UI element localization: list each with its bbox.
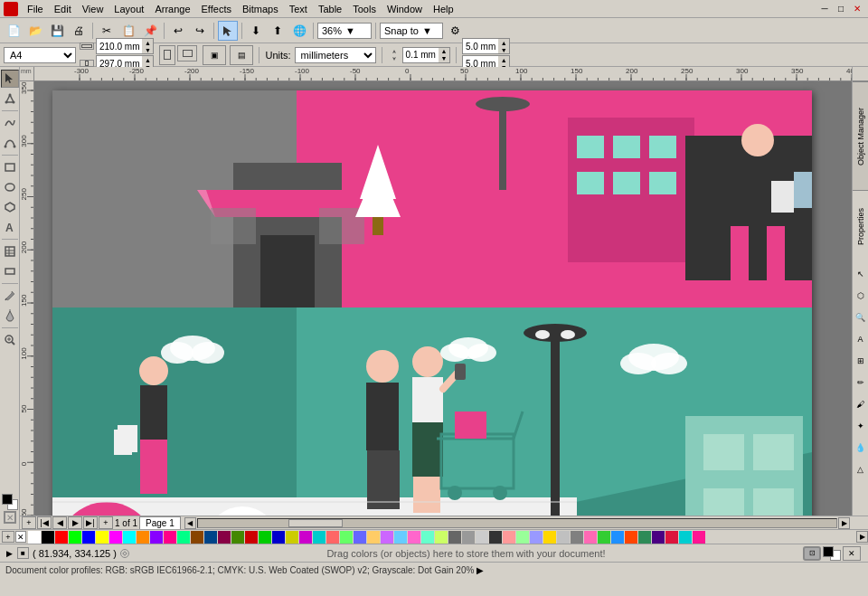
parallel-tool[interactable]	[1, 262, 19, 280]
eyedropper-tool[interactable]	[1, 287, 19, 305]
color-mgr-btn[interactable]: ⊡	[803, 546, 821, 561]
color-swatch[interactable]	[137, 531, 149, 544]
color-swatch[interactable]	[665, 531, 678, 544]
menu-edit[interactable]: Edit	[49, 2, 77, 16]
new-btn[interactable]: 📄	[4, 21, 24, 41]
color-swatch[interactable]	[96, 531, 108, 544]
color-swatch[interactable]	[218, 531, 231, 544]
table-rp[interactable]: ⊞	[853, 351, 868, 371]
rectangle-tool[interactable]	[1, 158, 19, 176]
page-tab[interactable]: Page 1	[139, 516, 181, 530]
no-fill-btn[interactable]: ✕	[843, 546, 861, 561]
next-page-end-btn[interactable]: ▶|	[83, 516, 98, 529]
color-scroll-btn[interactable]: ▶	[856, 531, 868, 543]
color-swatch[interactable]	[448, 531, 461, 544]
menu-window[interactable]: Window	[382, 2, 428, 16]
polygon-tool[interactable]	[1, 198, 19, 216]
color-swatch[interactable]	[530, 531, 542, 544]
zoom-view-tool[interactable]	[1, 331, 19, 349]
color-swatch[interactable]	[503, 531, 515, 544]
pick-tool-rp[interactable]: ↖	[853, 264, 868, 284]
info-arrow[interactable]: ▶	[476, 566, 485, 575]
eyedrop-rp[interactable]: 💧	[853, 438, 868, 458]
open-btn[interactable]: 📂	[25, 21, 45, 41]
freehand-tool[interactable]	[1, 114, 19, 132]
close-btn[interactable]: ✕	[850, 2, 864, 16]
minimize-btn[interactable]: ─	[817, 2, 832, 16]
page-options2-btn[interactable]: ▤	[230, 45, 253, 65]
color-swatch[interactable]	[109, 531, 122, 544]
effect-rp[interactable]: ✦	[853, 416, 868, 436]
menu-bitmaps[interactable]: Bitmaps	[237, 2, 284, 16]
zoom-rp[interactable]: 🔍	[853, 307, 868, 327]
color-swatch[interactable]	[367, 531, 380, 544]
play-btn[interactable]: ▶	[4, 547, 15, 559]
next-page-btn[interactable]: ▶	[68, 516, 82, 529]
save-btn[interactable]: 💾	[47, 21, 67, 41]
color-swatch[interactable]	[584, 531, 597, 544]
menu-table[interactable]: Table	[313, 2, 347, 16]
obj-manager-tab[interactable]: Object Manager	[853, 81, 868, 190]
color-swatch[interactable]	[571, 531, 583, 544]
color-swatch[interactable]	[462, 531, 475, 544]
color-swatch[interactable]	[381, 531, 393, 544]
color-swatch[interactable]	[259, 531, 271, 544]
color-swatch[interactable]	[354, 531, 366, 544]
menu-arrange[interactable]: Arrange	[149, 2, 195, 16]
color-swatch[interactable]	[150, 531, 163, 544]
color-swatch[interactable]	[557, 531, 570, 544]
text-tool[interactable]: A	[1, 218, 19, 236]
import-btn[interactable]: ⬇	[246, 21, 266, 41]
menu-tools[interactable]: Tools	[347, 2, 382, 16]
paint-rp[interactable]: 🖌	[853, 394, 868, 414]
table-tool[interactable]	[1, 242, 19, 260]
page-options-btn[interactable]: ▣	[203, 45, 226, 65]
zoom-level-display[interactable]: 36% ▼	[317, 23, 372, 39]
color-swatch[interactable]	[69, 531, 81, 544]
scroll-left-btn[interactable]: ◀	[184, 517, 196, 529]
maximize-btn[interactable]: □	[834, 2, 848, 16]
color-swatch[interactable]	[543, 531, 556, 544]
select-tool-btn[interactable]	[218, 21, 238, 41]
color-swatch[interactable]	[625, 531, 637, 544]
color-swatch[interactable]	[28, 531, 41, 544]
prev-page-start-btn[interactable]: |◀	[37, 516, 52, 529]
properties-tab[interactable]: Properties	[853, 190, 868, 262]
stop-btn[interactable]: ■	[17, 547, 29, 559]
scroll-right-btn[interactable]: ▶	[838, 517, 850, 529]
export-btn[interactable]: ⬆	[268, 21, 288, 41]
no-color-btn[interactable]: ✕	[15, 531, 26, 543]
color-swatch[interactable]	[679, 531, 692, 544]
color-swatch[interactable]	[245, 531, 258, 544]
color-swatch[interactable]	[286, 531, 298, 544]
nudge-input[interactable]: 0.1 mm ▲▼	[402, 47, 450, 63]
color-add-btn[interactable]: +	[2, 531, 14, 543]
color-swatch[interactable]	[177, 531, 190, 544]
color-swatch[interactable]	[652, 531, 665, 544]
menu-help[interactable]: Help	[428, 2, 459, 16]
h-scroll-track[interactable]	[197, 518, 837, 528]
portrait-btn[interactable]	[159, 45, 175, 65]
color-swatch[interactable]	[340, 531, 353, 544]
color-swatch[interactable]	[313, 531, 326, 544]
color-swatch[interactable]	[272, 531, 285, 544]
color-swatch[interactable]	[421, 531, 434, 544]
menu-view[interactable]: View	[77, 2, 109, 16]
add-page2-btn[interactable]: +	[99, 516, 113, 529]
selector-tool[interactable]	[1, 70, 19, 88]
undo-btn[interactable]: ↩	[168, 21, 188, 41]
bezier-tool[interactable]	[1, 134, 19, 152]
color-swatch[interactable]	[435, 531, 448, 544]
color-swatch[interactable]	[489, 531, 502, 544]
redo-btn[interactable]: ↪	[190, 21, 210, 41]
freehand-rp[interactable]: ✏	[853, 373, 868, 393]
color-swatch[interactable]	[598, 531, 610, 544]
menu-layout[interactable]: Layout	[108, 2, 149, 16]
color-swatch[interactable]	[326, 531, 339, 544]
fill-rp[interactable]: △	[853, 459, 868, 479]
color-swatch[interactable]	[204, 531, 217, 544]
landscape-btn[interactable]	[177, 45, 197, 61]
color-swatch[interactable]	[408, 531, 420, 544]
shape-rp[interactable]: ⬡	[853, 286, 868, 306]
color-swatch[interactable]	[611, 531, 624, 544]
